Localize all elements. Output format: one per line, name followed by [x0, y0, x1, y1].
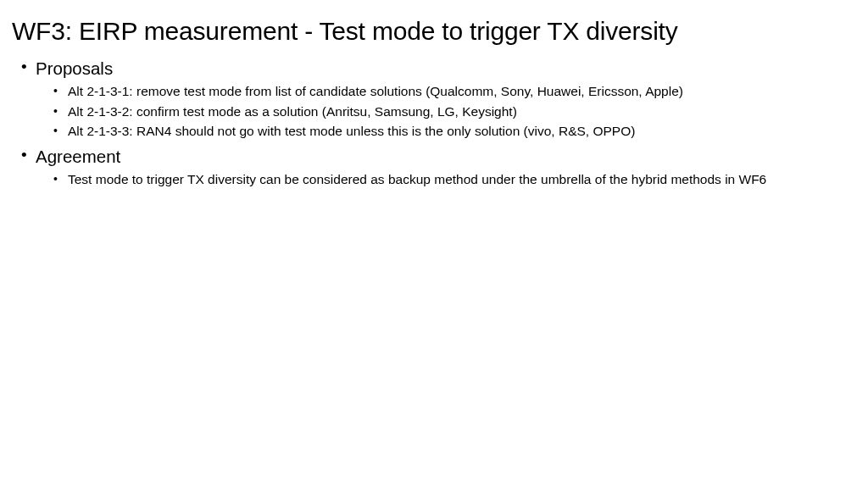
slide-title: WF3: EIRP measurement - Test mode to tri…: [12, 17, 856, 46]
proposals-list: Alt 2-1-3-1: remove test mode from list …: [36, 83, 856, 141]
section-agreement: Agreement Test mode to trigger TX divers…: [36, 146, 856, 189]
section-label: Agreement: [36, 146, 856, 169]
content-list: Proposals Alt 2-1-3-1: remove test mode …: [12, 58, 856, 189]
list-item: Test mode to trigger TX diversity can be…: [68, 171, 856, 189]
list-item: Alt 2-1-3-1: remove test mode from list …: [68, 83, 856, 101]
list-item: Alt 2-1-3-3: RAN4 should not go with tes…: [68, 123, 856, 141]
agreement-list: Test mode to trigger TX diversity can be…: [36, 171, 856, 189]
section-proposals: Proposals Alt 2-1-3-1: remove test mode …: [36, 58, 856, 141]
section-label: Proposals: [36, 58, 856, 80]
list-item: Alt 2-1-3-2: confirm test mode as a solu…: [68, 103, 856, 121]
